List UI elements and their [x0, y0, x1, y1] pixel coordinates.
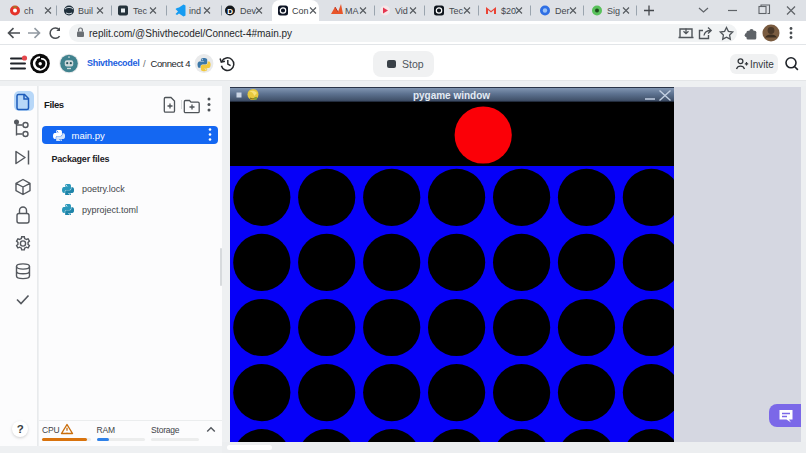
svg-text:Tec: Tec	[133, 6, 148, 16]
svg-text:Buil: Buil	[78, 6, 93, 16]
svg-text:Con: Con	[292, 6, 309, 16]
svg-text:D: D	[227, 7, 233, 16]
svg-text:MA: MA	[345, 6, 359, 16]
svg-text:$20: $20	[501, 6, 516, 16]
svg-text:ind: ind	[189, 6, 201, 16]
svg-text:Vid: Vid	[395, 6, 408, 16]
svg-text:Dev: Dev	[240, 6, 257, 16]
svg-text:Der: Der	[555, 6, 570, 16]
svg-text:Tec: Tec	[449, 6, 464, 16]
svg-text:ch: ch	[24, 6, 34, 16]
svg-text:Sig: Sig	[607, 6, 620, 16]
